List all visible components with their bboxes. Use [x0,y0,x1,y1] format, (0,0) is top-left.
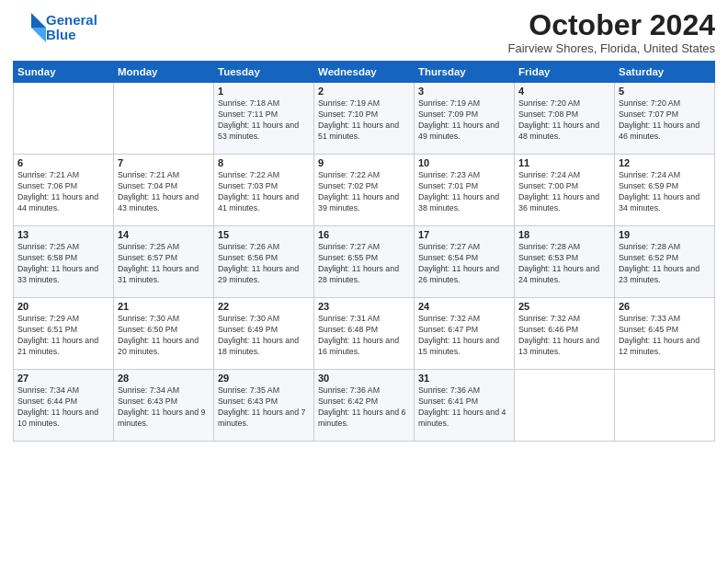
day-number: 4 [518,86,610,97]
calendar-cell: 3Sunrise: 7:19 AM Sunset: 7:09 PM Daylig… [415,83,515,155]
day-number: 8 [218,157,310,168]
day-info: Sunrise: 7:18 AM Sunset: 7:11 PM Dayligh… [218,98,310,143]
weekday-header-thursday: Thursday [415,62,515,83]
day-info: Sunrise: 7:27 AM Sunset: 6:55 PM Dayligh… [318,242,410,286]
calendar-week-row: 20Sunrise: 7:29 AM Sunset: 6:51 PM Dayli… [14,298,715,370]
day-info: Sunrise: 7:22 AM Sunset: 7:02 PM Dayligh… [318,170,410,214]
day-number: 2 [318,86,410,97]
day-info: Sunrise: 7:23 AM Sunset: 7:01 PM Dayligh… [418,170,510,214]
calendar-cell: 28Sunrise: 7:34 AM Sunset: 6:43 PM Dayli… [114,370,214,442]
weekday-header-row: SundayMondayTuesdayWednesdayThursdayFrid… [14,62,715,83]
calendar-cell [14,83,114,155]
day-number: 10 [418,157,510,168]
calendar-cell: 6Sunrise: 7:21 AM Sunset: 7:06 PM Daylig… [14,155,114,226]
calendar-cell: 26Sunrise: 7:33 AM Sunset: 6:45 PM Dayli… [615,298,715,370]
day-info: Sunrise: 7:29 AM Sunset: 6:51 PM Dayligh… [17,314,109,358]
day-info: Sunrise: 7:35 AM Sunset: 6:43 PM Dayligh… [218,385,310,430]
day-number: 28 [118,373,210,384]
header: General Blue October 2024 Fairview Shore… [13,9,715,55]
day-number: 11 [518,157,610,168]
month-title: October 2024 [508,9,715,41]
calendar-week-row: 1Sunrise: 7:18 AM Sunset: 7:11 PM Daylig… [14,83,715,155]
day-info: Sunrise: 7:24 AM Sunset: 6:59 PM Dayligh… [619,170,711,214]
day-number: 13 [17,229,109,240]
calendar-table: SundayMondayTuesdayWednesdayThursdayFrid… [13,61,715,442]
day-number: 5 [619,86,711,97]
day-info: Sunrise: 7:19 AM Sunset: 7:09 PM Dayligh… [418,98,510,143]
calendar-cell: 20Sunrise: 7:29 AM Sunset: 6:51 PM Dayli… [14,298,114,370]
calendar-cell: 11Sunrise: 7:24 AM Sunset: 7:00 PM Dayli… [515,155,615,226]
day-number: 19 [619,229,711,240]
logo: General Blue [13,9,97,46]
calendar-cell: 14Sunrise: 7:25 AM Sunset: 6:57 PM Dayli… [114,226,214,298]
calendar-cell: 25Sunrise: 7:32 AM Sunset: 6:46 PM Dayli… [515,298,615,370]
page: General Blue October 2024 Fairview Shore… [0,0,728,563]
day-number: 18 [518,229,610,240]
day-number: 7 [118,157,210,168]
logo-icon [13,9,46,42]
day-info: Sunrise: 7:36 AM Sunset: 6:41 PM Dayligh… [418,385,510,430]
day-info: Sunrise: 7:34 AM Sunset: 6:43 PM Dayligh… [118,385,210,430]
day-number: 26 [619,301,711,312]
weekday-header-friday: Friday [515,62,615,83]
day-number: 15 [218,229,310,240]
calendar-cell: 19Sunrise: 7:28 AM Sunset: 6:52 PM Dayli… [615,226,715,298]
day-info: Sunrise: 7:32 AM Sunset: 6:46 PM Dayligh… [518,314,610,358]
day-number: 9 [318,157,410,168]
calendar-cell: 29Sunrise: 7:35 AM Sunset: 6:43 PM Dayli… [214,370,314,442]
calendar-cell: 4Sunrise: 7:20 AM Sunset: 7:08 PM Daylig… [515,83,615,155]
calendar-cell: 10Sunrise: 7:23 AM Sunset: 7:01 PM Dayli… [415,155,515,226]
calendar-cell: 22Sunrise: 7:30 AM Sunset: 6:49 PM Dayli… [214,298,314,370]
calendar-cell: 18Sunrise: 7:28 AM Sunset: 6:53 PM Dayli… [515,226,615,298]
day-number: 17 [418,229,510,240]
day-number: 6 [17,157,109,168]
day-number: 22 [218,301,310,312]
calendar-week-row: 27Sunrise: 7:34 AM Sunset: 6:44 PM Dayli… [14,370,715,442]
day-number: 23 [318,301,410,312]
logo-text: General Blue [46,13,97,43]
calendar-cell: 17Sunrise: 7:27 AM Sunset: 6:54 PM Dayli… [415,226,515,298]
day-info: Sunrise: 7:22 AM Sunset: 7:03 PM Dayligh… [218,170,310,214]
calendar-cell: 5Sunrise: 7:20 AM Sunset: 7:07 PM Daylig… [615,83,715,155]
calendar-cell: 30Sunrise: 7:36 AM Sunset: 6:42 PM Dayli… [314,370,415,442]
calendar-cell: 24Sunrise: 7:32 AM Sunset: 6:47 PM Dayli… [415,298,515,370]
calendar-cell [114,83,214,155]
day-info: Sunrise: 7:28 AM Sunset: 6:52 PM Dayligh… [619,242,711,286]
day-info: Sunrise: 7:25 AM Sunset: 6:58 PM Dayligh… [17,242,109,286]
day-info: Sunrise: 7:33 AM Sunset: 6:45 PM Dayligh… [619,314,711,358]
calendar-cell: 15Sunrise: 7:26 AM Sunset: 6:56 PM Dayli… [214,226,314,298]
day-info: Sunrise: 7:21 AM Sunset: 7:06 PM Dayligh… [17,170,109,214]
calendar-cell: 2Sunrise: 7:19 AM Sunset: 7:10 PM Daylig… [314,83,415,155]
location-subtitle: Fairview Shores, Florida, United States [508,41,715,55]
day-info: Sunrise: 7:28 AM Sunset: 6:53 PM Dayligh… [518,242,610,286]
calendar-cell: 9Sunrise: 7:22 AM Sunset: 7:02 PM Daylig… [314,155,415,226]
day-info: Sunrise: 7:32 AM Sunset: 6:47 PM Dayligh… [418,314,510,358]
day-info: Sunrise: 7:25 AM Sunset: 6:57 PM Dayligh… [118,242,210,286]
day-info: Sunrise: 7:31 AM Sunset: 6:48 PM Dayligh… [318,314,410,358]
calendar-week-row: 6Sunrise: 7:21 AM Sunset: 7:06 PM Daylig… [14,155,715,226]
calendar-cell: 7Sunrise: 7:21 AM Sunset: 7:04 PM Daylig… [114,155,214,226]
weekday-header-saturday: Saturday [615,62,715,83]
calendar-cell [515,370,615,442]
day-info: Sunrise: 7:26 AM Sunset: 6:56 PM Dayligh… [218,242,310,286]
day-number: 30 [318,373,410,384]
day-number: 16 [318,229,410,240]
day-info: Sunrise: 7:36 AM Sunset: 6:42 PM Dayligh… [318,385,410,430]
calendar-cell: 1Sunrise: 7:18 AM Sunset: 7:11 PM Daylig… [214,83,314,155]
calendar-cell: 12Sunrise: 7:24 AM Sunset: 6:59 PM Dayli… [615,155,715,226]
calendar-cell: 8Sunrise: 7:22 AM Sunset: 7:03 PM Daylig… [214,155,314,226]
weekday-header-tuesday: Tuesday [214,62,314,83]
day-info: Sunrise: 7:30 AM Sunset: 6:49 PM Dayligh… [218,314,310,358]
day-number: 25 [518,301,610,312]
calendar-cell [615,370,715,442]
day-number: 20 [17,301,109,312]
calendar-cell: 16Sunrise: 7:27 AM Sunset: 6:55 PM Dayli… [314,226,415,298]
day-info: Sunrise: 7:20 AM Sunset: 7:08 PM Dayligh… [518,98,610,143]
day-info: Sunrise: 7:27 AM Sunset: 6:54 PM Dayligh… [418,242,510,286]
day-info: Sunrise: 7:34 AM Sunset: 6:44 PM Dayligh… [17,385,109,430]
day-number: 31 [418,373,510,384]
day-number: 3 [418,86,510,97]
weekday-header-monday: Monday [114,62,214,83]
weekday-header-wednesday: Wednesday [314,62,415,83]
calendar-week-row: 13Sunrise: 7:25 AM Sunset: 6:58 PM Dayli… [14,226,715,298]
